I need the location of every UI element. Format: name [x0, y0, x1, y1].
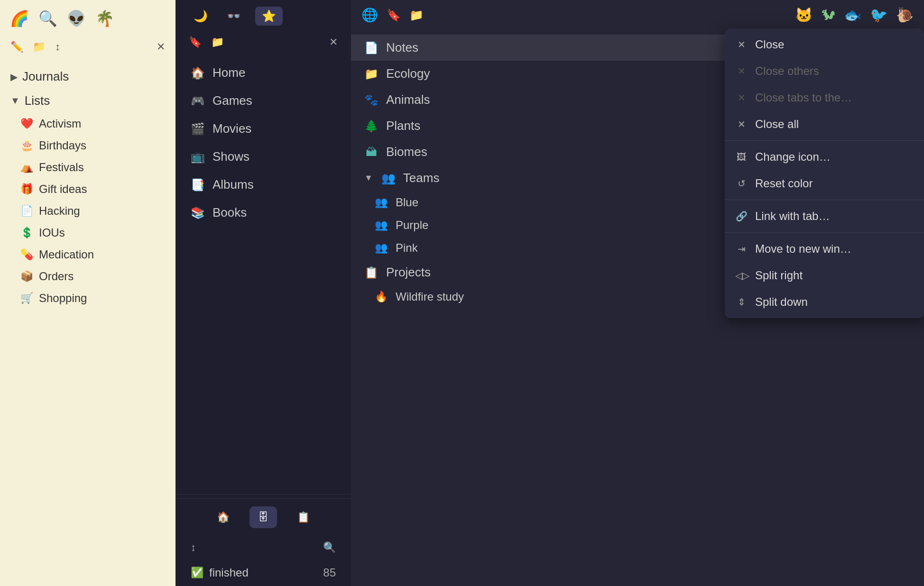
sidebar-section-journals[interactable]: ▶ Journals — [0, 64, 176, 89]
nav-item-albums[interactable]: 📑 Albums — [176, 171, 351, 199]
ctx-close-tabs-icon: ✕ — [735, 92, 748, 103]
ctx-close-others[interactable]: ✕ Close others — [725, 58, 924, 84]
ctx-split-down-icon: ⇕ — [735, 296, 748, 308]
sidebar-item-ious[interactable]: 💲 IOUs — [9, 222, 176, 244]
movies-nav-label: Movies — [213, 121, 251, 136]
animals-icon: 🐾 — [364, 93, 379, 107]
ctx-move-new-win[interactable]: ⇥ Move to new win… — [725, 236, 924, 262]
add-folder-icon[interactable]: 📁 — [33, 41, 46, 53]
sidebar-item-hacking[interactable]: 📄 Hacking — [9, 200, 176, 222]
shows-nav-label: Shows — [213, 149, 249, 164]
lists-chevron-down: ▼ — [10, 95, 20, 106]
fish-icon: 🐟 — [844, 7, 861, 23]
ctx-link-tab-label: Link with tab… — [755, 210, 830, 223]
sidebar-list-items: ❤️ Activism 🎂 Birthdays ⛺ Festivals 🎁 Gi… — [0, 113, 176, 309]
sidebar-item-shopping[interactable]: 🛒 Shopping — [9, 287, 176, 309]
app-icon-rainbow[interactable]: 🌈 — [9, 9, 29, 28]
nav-items-list: 🏠 Home 🎮 Games 🎬 Movies 📺 Shows 📑 Albums… — [176, 54, 351, 490]
app-icon-palm[interactable]: 🌴 — [95, 9, 115, 28]
ctx-split-down-label: Split down — [755, 295, 808, 309]
ctx-split-right-label: Split right — [755, 269, 803, 282]
right-add-bookmark-icon[interactable]: 🔖 — [387, 9, 401, 22]
sidebar-item-orders[interactable]: 📦 Orders — [9, 266, 176, 287]
right-add-folder-icon[interactable]: 📁 — [409, 9, 424, 22]
ious-icon: 💲 — [20, 227, 33, 239]
nav-item-movies[interactable]: 🎬 Movies — [176, 115, 351, 143]
ctx-group-link: 🔗 Link with tab… — [725, 200, 924, 233]
sidebar-item-activism[interactable]: ❤️ Activism — [9, 113, 176, 135]
bottom-archive-icon[interactable]: 🗄 — [249, 506, 277, 528]
nav-item-shows[interactable]: 📺 Shows — [176, 143, 351, 171]
ctx-close[interactable]: ✕ Close — [725, 31, 924, 58]
wildfire-label: Wildfire study — [396, 290, 464, 303]
app-icon-search[interactable]: 🔍 — [38, 9, 58, 28]
close-sidebar-icon[interactable]: ✕ — [157, 41, 165, 53]
nav-search-icon[interactable]: 🔍 — [323, 541, 336, 554]
ctx-close-icon: ✕ — [735, 39, 748, 50]
ctx-reset-color-icon: ↺ — [735, 178, 748, 189]
nav-bottom-bar: 🏠 🗄 📋 — [176, 498, 351, 536]
blue-team-icon: 👥 — [374, 196, 388, 209]
ctx-close-all[interactable]: ✕ Close all — [725, 111, 924, 137]
moon-icon[interactable]: 🌙 — [189, 7, 213, 26]
ctx-change-icon-label: Change icon… — [755, 150, 831, 164]
add-bookmark-icon[interactable]: 🔖 — [189, 36, 202, 48]
nav-close-icon[interactable]: ✕ — [329, 36, 338, 48]
app-icon-alien[interactable]: 👽 — [66, 9, 86, 28]
nav-add-folder-icon[interactable]: 📁 — [211, 36, 224, 48]
gift-ideas-label: Gift ideas — [39, 183, 87, 196]
biomes-label: Biomes — [386, 145, 427, 159]
ctx-link-tab-icon: 🔗 — [735, 211, 748, 222]
sidebar-item-medication[interactable]: 💊 Medication — [9, 244, 176, 266]
shopping-icon: 🛒 — [20, 292, 33, 304]
sidebar-item-birthdays[interactable]: 🎂 Birthdays — [9, 135, 176, 156]
medication-icon: 💊 — [20, 248, 33, 261]
ctx-group-close: ✕ Close ✕ Close others ✕ Close tabs to t… — [725, 28, 924, 141]
glasses-icon[interactable]: 👓 — [222, 7, 246, 26]
finished-check-icon: ✅ — [191, 567, 203, 579]
ctx-split-right[interactable]: ◁▷ Split right — [725, 262, 924, 289]
ctx-close-tabs-to[interactable]: ✕ Close tabs to the… — [725, 84, 924, 111]
globe-icon[interactable]: 🌐 — [361, 7, 378, 23]
shows-nav-icon: 📺 — [191, 150, 205, 164]
nav-item-home[interactable]: 🏠 Home — [176, 59, 351, 87]
bottom-home-icon[interactable]: 🏠 — [208, 506, 238, 528]
nav-item-books[interactable]: 📚 Books — [176, 199, 351, 227]
ctx-move-label: Move to new win… — [755, 242, 851, 256]
orders-label: Orders — [39, 270, 74, 283]
ctx-split-right-icon: ◁▷ — [735, 270, 748, 281]
edit-icon[interactable]: ✏️ — [10, 41, 23, 53]
finished-label: finished — [209, 566, 249, 579]
birthdays-icon: 🎂 — [20, 139, 33, 152]
teams-label: Teams — [403, 171, 440, 185]
ctx-reset-color[interactable]: ↺ Reset color — [725, 170, 924, 197]
ious-label: IOUs — [39, 226, 65, 239]
biomes-icon: 🏔 — [364, 146, 379, 159]
cat-icon: 🐱 — [795, 7, 813, 23]
ctx-link-tab[interactable]: 🔗 Link with tab… — [725, 203, 924, 229]
purple-team-icon: 👥 — [374, 219, 388, 231]
sidebar-item-festivals[interactable]: ⛺ Festivals — [9, 156, 176, 178]
nav-sort-icon[interactable]: ↕ — [191, 541, 196, 554]
wildfire-icon: 🔥 — [374, 291, 388, 303]
nav-finished-row[interactable]: ✅ finished 85 — [176, 559, 351, 586]
blue-label: Blue — [396, 196, 418, 209]
hacking-icon: 📄 — [20, 205, 33, 217]
projects-label: Projects — [386, 265, 431, 280]
sidebar-item-gift-ideas[interactable]: 🎁 Gift ideas — [9, 178, 176, 200]
ctx-change-icon[interactable]: 🖼 Change icon… — [725, 144, 924, 170]
sort-icon[interactable]: ↕ — [55, 41, 60, 53]
ctx-split-down[interactable]: ⇕ Split down — [725, 289, 924, 315]
bottom-clipboard-icon[interactable]: 📋 — [288, 506, 318, 528]
nav-item-games[interactable]: 🎮 Games — [176, 87, 351, 115]
ctx-close-others-label: Close others — [755, 64, 819, 78]
star-icon[interactable]: ⭐ — [255, 7, 283, 26]
nav-action-bar: 🔖 📁 ✕ — [176, 32, 351, 54]
home-nav-icon: 🏠 — [191, 66, 205, 80]
ctx-close-all-label: Close all — [755, 118, 799, 131]
teams-icon: 👥 — [381, 172, 396, 185]
sidebar-section-lists[interactable]: ▼ Lists — [0, 89, 176, 113]
ctx-reset-color-label: Reset color — [755, 177, 813, 190]
albums-nav-icon: 📑 — [191, 178, 205, 192]
snail-icon: 🐌 — [896, 7, 914, 23]
